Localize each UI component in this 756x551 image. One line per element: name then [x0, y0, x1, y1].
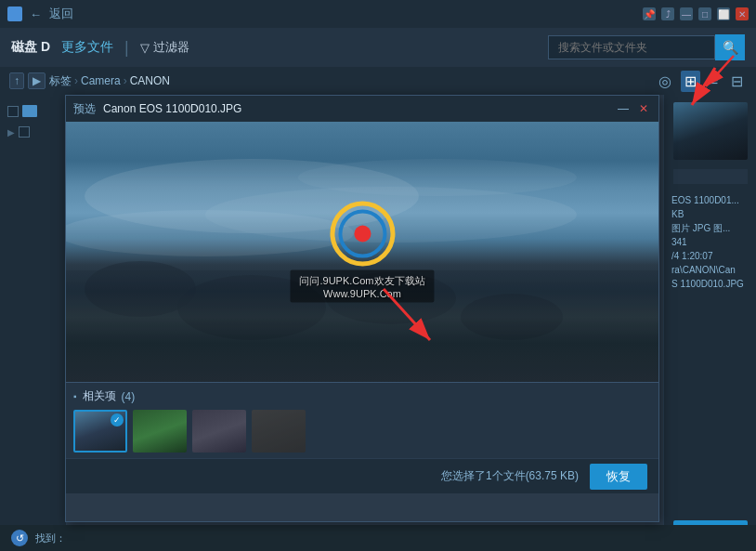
- preview-bottom-bar: 您选择了1个文件(63.75 KB) 恢复: [66, 458, 658, 493]
- right-type: 图片 JPG 图...: [671, 221, 749, 235]
- sidebar-item-2[interactable]: ▶: [4, 124, 62, 140]
- title-bar: ← 返回 📌 ⤴ — □ ⬜ ✕: [0, 0, 756, 28]
- related-count: (4): [122, 390, 136, 403]
- breadcrumb-sep-2: ›: [124, 74, 127, 87]
- breadcrumb-bar: ↑ ▶ 标签 › Camera › CANON ◎ ⊞ ≡ ⊟: [0, 67, 756, 95]
- sidebar-expand-icon: ▶: [7, 127, 15, 138]
- thumbnail-2[interactable]: [133, 410, 187, 453]
- selected-info: 您选择了1个文件(63.75 KB): [441, 468, 579, 484]
- right-size: KB: [671, 207, 749, 221]
- preview-label: 预选: [73, 101, 96, 117]
- status-icon: ↺: [11, 530, 28, 546]
- close-button[interactable]: ✕: [736, 7, 749, 20]
- thumbnail-4[interactable]: [252, 410, 306, 453]
- preview-minimize-button[interactable]: —: [616, 101, 631, 116]
- thumbnail-3[interactable]: [192, 410, 246, 453]
- breadcrumb-segment-3[interactable]: CANON: [130, 74, 170, 87]
- disk-label: 磁盘 D: [11, 39, 50, 56]
- right-path-1: ra\CANON\Can: [671, 263, 749, 277]
- sidebar-checkbox-2[interactable]: [19, 126, 30, 138]
- main-area: ▶ 预选 Canon EOS 1100D010.JPG — ✕: [0, 95, 756, 551]
- thumb-person-bg: [252, 410, 306, 453]
- search-input[interactable]: [548, 35, 715, 59]
- right-filename: EOS 1100D01...: [671, 193, 749, 207]
- svg-point-10: [461, 294, 563, 340]
- status-bar: ↺ 找到：: [0, 525, 756, 551]
- preview-modal: 预选 Canon EOS 1100D010.JPG — ✕: [65, 95, 659, 522]
- view-controls: ◎ ⊞ ≡ ⊟: [655, 71, 747, 92]
- search-area: 🔍: [548, 34, 745, 60]
- svg-point-5: [298, 159, 577, 196]
- toolbar: 磁盘 D 更多文件 | ▽ 过滤器 🔍: [0, 28, 756, 67]
- restore-button[interactable]: □: [698, 7, 711, 20]
- right-panel: EOS 1100D01... KB 图片 JPG 图... 341 /4 1:2…: [663, 95, 756, 551]
- eye-view-button[interactable]: ◎: [655, 71, 675, 92]
- right-thumb-placeholder: [673, 169, 748, 184]
- minimize-button[interactable]: —: [680, 7, 693, 20]
- share-icon[interactable]: ⤴: [661, 7, 674, 20]
- search-button[interactable]: 🔍: [715, 34, 745, 60]
- breadcrumb: 标签 › Camera › CANON: [49, 73, 170, 89]
- related-title: 相关项: [83, 388, 116, 404]
- right-thumb-image: [673, 102, 748, 160]
- back-button[interactable]: ←: [30, 7, 42, 21]
- related-thumbnails: ✓: [73, 410, 651, 453]
- preview-filename: Canon EOS 1100D010.JPG: [103, 102, 241, 115]
- detail-view-button[interactable]: ⊟: [727, 71, 747, 92]
- breadcrumb-sep-1: ›: [74, 74, 78, 87]
- thumbnail-1[interactable]: ✓: [73, 410, 127, 453]
- right-path-2: S 1100D010.JPG: [671, 277, 749, 291]
- list-view-button[interactable]: ≡: [706, 71, 722, 91]
- preview-image-area: 问问.9UPK.Com欢友下载站 Www.9UPK.Com: [66, 122, 658, 382]
- search-icon: 🔍: [723, 40, 738, 55]
- nav-up-button[interactable]: ↑: [9, 72, 24, 89]
- title-bar-left: ← 返回: [7, 6, 73, 22]
- preview-modal-titlebar: 预选 Canon EOS 1100D010.JPG — ✕: [66, 96, 658, 122]
- right-id: 341: [671, 235, 749, 249]
- thumb-check-icon: ✓: [111, 413, 124, 426]
- right-panel-thumbnail: [673, 102, 748, 160]
- preview-modal-buttons: — ✕: [616, 101, 651, 116]
- thumb-laptop-bg: [192, 410, 246, 453]
- filter-button[interactable]: ▽ 过滤器: [140, 39, 189, 56]
- breadcrumb-segment-2[interactable]: Camera: [81, 74, 121, 87]
- toolbar-divider: |: [124, 38, 129, 58]
- watermark-dot: [354, 226, 371, 243]
- related-expand-icon[interactable]: ▪: [73, 391, 77, 401]
- breadcrumb-segment-1[interactable]: 标签: [49, 73, 72, 89]
- related-header: ▪ 相关项 (4): [73, 388, 651, 404]
- sidebar-folder-icon-1: [22, 105, 37, 117]
- filter-icon: ▽: [140, 41, 150, 55]
- nav-forward-button[interactable]: ▶: [28, 72, 46, 89]
- maximize-button[interactable]: ⬜: [717, 7, 730, 20]
- sidebar-checkbox-1[interactable]: [7, 106, 19, 117]
- grid-view-button[interactable]: ⊞: [681, 71, 700, 92]
- status-text: 找到：: [35, 531, 66, 545]
- left-sidebar: ▶: [0, 95, 67, 551]
- window-controls: 📌 ⤴ — □ ⬜ ✕: [643, 7, 749, 20]
- thumb-forest-bg: [133, 410, 187, 453]
- preview-close-button[interactable]: ✕: [636, 101, 651, 116]
- right-panel-info: EOS 1100D01... KB 图片 JPG 图... 341 /4 1:2…: [668, 190, 752, 295]
- title-back-label[interactable]: 返回: [49, 6, 73, 22]
- right-date: /4 1:20:07: [671, 249, 749, 263]
- related-section: ▪ 相关项 (4) ✓: [66, 382, 658, 458]
- preview-arrow-indicator: [374, 280, 449, 354]
- more-files-button[interactable]: 更多文件: [61, 39, 113, 56]
- watermark-logo: [325, 202, 399, 267]
- filter-label: 过滤器: [153, 39, 189, 56]
- app-icon: [7, 7, 22, 21]
- restore-button-modal[interactable]: 恢复: [590, 464, 647, 490]
- svg-line-12: [384, 289, 430, 340]
- pin-icon[interactable]: 📌: [643, 7, 656, 20]
- sidebar-item-1[interactable]: [4, 102, 62, 120]
